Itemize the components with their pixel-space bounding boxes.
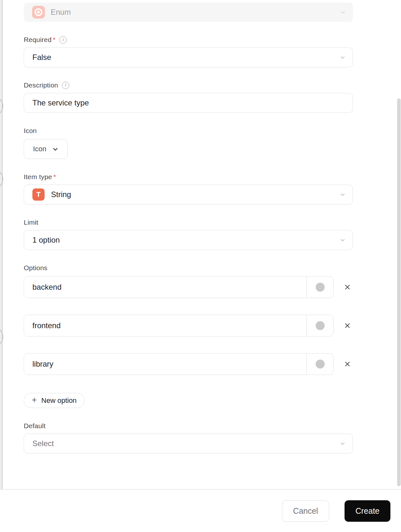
option-row — [24, 315, 353, 337]
field-type-select[interactable]: Enum — [24, 3, 353, 22]
item-type-label-row: Item type * — [24, 173, 353, 181]
option-color-picker[interactable] — [306, 315, 333, 336]
color-swatch-icon — [316, 283, 325, 292]
background-arc — [0, 327, 3, 347]
field-type-value: Enum — [51, 8, 71, 17]
description-label: Description — [24, 81, 58, 89]
default-label: Default — [24, 422, 46, 430]
remove-option-button[interactable] — [342, 359, 353, 370]
options-label-row: Options — [24, 264, 353, 272]
info-icon[interactable]: i — [59, 36, 67, 44]
item-type-select[interactable]: T String — [24, 185, 353, 204]
dialog-footer: Cancel Create — [0, 489, 401, 532]
option-input-group — [24, 315, 334, 337]
option-row — [24, 353, 353, 375]
scrollbar[interactable] — [397, 98, 401, 486]
color-swatch-icon — [316, 321, 325, 330]
background-arc — [0, 96, 3, 116]
new-option-label: New option — [41, 396, 77, 405]
description-input[interactable] — [24, 93, 353, 113]
limit-value: 1 option — [32, 236, 60, 245]
default-label-row: Default — [24, 422, 353, 430]
close-icon — [344, 283, 351, 291]
create-button[interactable]: Create — [345, 500, 390, 522]
background-arc — [0, 169, 3, 189]
chevron-down-icon — [340, 9, 346, 15]
close-icon — [344, 360, 351, 368]
chevron-down-icon — [340, 441, 346, 446]
option-value-input[interactable] — [24, 353, 306, 375]
plus-icon: + — [32, 396, 37, 404]
limit-select[interactable]: 1 option — [24, 230, 353, 250]
item-type-value: String — [51, 190, 71, 199]
required-asterisk: * — [53, 36, 55, 44]
color-swatch-icon — [316, 360, 325, 369]
option-color-picker[interactable] — [306, 277, 333, 298]
option-row — [24, 276, 353, 298]
limit-label: Limit — [24, 219, 38, 226]
create-field-form: Enum Required * i False Description i Ic… — [3, 0, 401, 489]
string-type-icon: T — [32, 188, 45, 201]
option-input-group — [24, 353, 334, 375]
icon-label-row: Icon — [24, 127, 353, 135]
chevron-down-icon — [340, 237, 346, 243]
required-value: False — [32, 53, 51, 62]
option-color-picker[interactable] — [306, 353, 333, 375]
info-icon[interactable]: i — [62, 82, 69, 89]
cancel-button[interactable]: Cancel — [282, 500, 329, 522]
background-panel-edge — [0, 0, 3, 532]
icon-label: Icon — [24, 127, 37, 135]
required-label-row: Required * i — [24, 36, 353, 44]
default-select[interactable]: Select — [24, 434, 353, 453]
option-input-group — [24, 276, 334, 298]
options-label: Options — [24, 264, 47, 272]
item-type-asterisk: * — [53, 173, 56, 181]
new-option-button[interactable]: + New option — [24, 393, 85, 408]
remove-option-button[interactable] — [342, 282, 353, 293]
limit-label-row: Limit — [24, 219, 353, 226]
item-type-label: Item type — [24, 173, 52, 181]
option-value-input[interactable] — [24, 315, 306, 336]
remove-option-button[interactable] — [342, 320, 353, 331]
description-label-row: Description i — [24, 81, 353, 89]
icon-picker-label: Icon — [33, 145, 47, 153]
chevron-down-icon — [340, 192, 346, 197]
icon-picker-button[interactable]: Icon — [24, 139, 68, 159]
option-value-input[interactable] — [24, 277, 306, 298]
required-select[interactable]: False — [24, 47, 353, 67]
close-icon — [344, 322, 351, 329]
chevron-down-icon — [52, 146, 58, 152]
enum-target-icon — [32, 6, 45, 19]
chevron-down-icon — [340, 54, 346, 60]
required-label: Required — [24, 36, 52, 44]
default-placeholder: Select — [32, 439, 54, 448]
